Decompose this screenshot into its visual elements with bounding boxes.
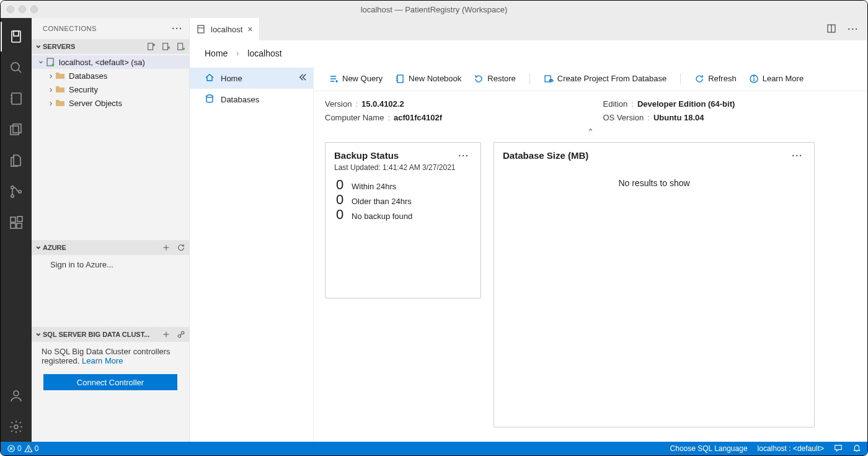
section-bigdata-title: SQL SERVER BIG DATA CLUST... [43, 331, 162, 338]
metric-row: 0Older than 24hrs [326, 192, 480, 207]
breadcrumb-current: localhost [247, 48, 281, 58]
tab-bar: localhost × ··· [190, 18, 867, 40]
svg-point-32 [181, 331, 184, 334]
servers-tree: localhost, <default> (sa) Databases Secu… [32, 54, 189, 240]
activity-notebooks[interactable] [1, 84, 32, 114]
section-bigdata-header[interactable]: SQL SERVER BIG DATA CLUST... [32, 327, 189, 342]
section-servers-title: SERVERS [43, 43, 147, 50]
card-more-icon[interactable]: ··· [456, 151, 472, 161]
activity-source-control[interactable] [1, 177, 32, 207]
split-editor-icon[interactable] [826, 24, 836, 35]
svg-point-12 [19, 190, 21, 193]
close-icon[interactable]: × [247, 24, 252, 34]
connect-controller-button[interactable]: Connect Controller [43, 374, 177, 390]
breadcrumb-home[interactable]: Home [205, 48, 228, 58]
window-title: localhost — PatientRegistry (Workspace) [1, 5, 867, 14]
status-connection[interactable]: localhost : <default> [758, 444, 824, 453]
svg-point-31 [178, 334, 180, 337]
chevron-right-icon[interactable] [46, 71, 55, 81]
status-errors[interactable]: 0 [7, 444, 22, 453]
status-bell-icon[interactable] [852, 444, 861, 454]
restore-button[interactable]: Restore [469, 71, 521, 87]
activity-files[interactable] [1, 146, 32, 176]
card-title: Database Size (MB) [503, 150, 789, 161]
nav-databases[interactable]: Databases [190, 89, 313, 110]
card-more-icon[interactable]: ··· [789, 151, 805, 161]
learn-more-button[interactable]: Learn More [744, 71, 808, 87]
refresh-icon[interactable] [177, 243, 185, 252]
chevron-right-icon[interactable] [46, 84, 55, 94]
server-status-icon[interactable] [177, 42, 185, 51]
link-icon[interactable] [177, 330, 185, 339]
tree-server-root[interactable]: localhost, <default> (sa) [32, 55, 189, 69]
status-feedback-icon[interactable] [834, 444, 843, 454]
activity-connections[interactable] [1, 22, 32, 51]
chevron-down-icon[interactable] [37, 57, 45, 67]
tree-item-security[interactable]: Security [32, 83, 189, 96]
titlebar: localhost — PatientRegistry (Workspace) [1, 1, 867, 18]
tree-item-server-objects[interactable]: Server Objects [32, 96, 189, 110]
card-title: Backup Status [334, 150, 456, 161]
svg-rect-8 [11, 126, 19, 135]
server-icon [45, 58, 55, 66]
plus-icon[interactable] [162, 243, 170, 252]
svg-rect-34 [198, 25, 204, 33]
activity-account[interactable] [1, 381, 32, 411]
tree-item-label: Databases [69, 71, 107, 81]
nav-label: Home [221, 74, 242, 83]
section-azure-header[interactable]: AZURE [32, 240, 189, 255]
card-database-size: Database Size (MB) ··· No results to sho… [494, 142, 815, 427]
tab-localhost[interactable]: localhost × [190, 18, 260, 40]
folder-icon [55, 99, 65, 107]
svg-rect-14 [11, 223, 16, 228]
traffic-close[interactable] [7, 6, 14, 13]
create-project-button[interactable]: Create Project From Database [539, 71, 671, 87]
activity-search[interactable] [1, 53, 32, 83]
new-group-icon[interactable] [162, 42, 170, 51]
new-query-button[interactable]: New Query [324, 71, 388, 87]
info-edition: Developer Edition (64-bit) [637, 97, 735, 111]
dashboard-toolbar: New Query New Notebook Restore Create Pr… [314, 66, 867, 91]
status-warnings[interactable]: 0 [24, 444, 39, 453]
editor-more-icon[interactable]: ··· [845, 24, 861, 34]
svg-point-24 [183, 48, 185, 50]
server-info: Version : 15.0.4102.2 Computer Name : ac… [314, 91, 867, 127]
svg-rect-16 [17, 217, 22, 221]
side-panel-title: CONNECTIONS [43, 25, 169, 32]
metric-row: 0No backup found [326, 207, 480, 221]
bigdata-learn-more-link[interactable]: Learn More [82, 356, 123, 365]
side-panel: CONNECTIONS ··· SERVERS localhost, <defa… [32, 18, 190, 442]
activity-bar [1, 18, 32, 442]
collapse-nav-icon[interactable] [298, 73, 307, 84]
svg-point-10 [11, 186, 14, 189]
server-icon [196, 24, 206, 34]
refresh-button[interactable]: Refresh [689, 71, 742, 87]
folder-icon [55, 85, 65, 94]
activity-explorer[interactable] [1, 115, 32, 145]
tree-item-databases[interactable]: Databases [32, 69, 189, 83]
new-notebook-button[interactable]: New Notebook [390, 71, 466, 87]
svg-point-52 [753, 76, 754, 76]
traffic-max[interactable] [30, 6, 38, 13]
activity-settings[interactable] [1, 412, 32, 442]
card-subtitle: Last Updated: 1:41:42 AM 3/27/2021 [326, 161, 480, 177]
azure-signin-link[interactable]: Sign in to Azure... [50, 260, 113, 269]
collapse-info-icon[interactable]: ⌃ [314, 127, 867, 136]
svg-point-26 [52, 64, 55, 66]
svg-rect-43 [397, 75, 403, 83]
activity-extensions[interactable] [1, 208, 32, 238]
chevron-right-icon[interactable] [46, 98, 55, 108]
tree-item-label: Server Objects [69, 99, 122, 108]
side-panel-more-icon[interactable]: ··· [169, 24, 185, 34]
traffic-min[interactable] [19, 6, 26, 13]
nav-home[interactable]: Home [190, 68, 313, 89]
chevron-down-icon [34, 42, 43, 51]
status-choose-lang[interactable]: Choose SQL Language [670, 444, 748, 453]
section-servers-header[interactable]: SERVERS [32, 39, 189, 54]
plus-icon[interactable] [162, 330, 170, 339]
info-version: 15.0.4102.2 [361, 97, 404, 111]
info-computer-name: acf01fc4102f [394, 111, 442, 125]
new-connection-icon[interactable] [147, 42, 156, 51]
svg-rect-4 [12, 93, 21, 104]
tree-item-label: Security [69, 85, 98, 94]
